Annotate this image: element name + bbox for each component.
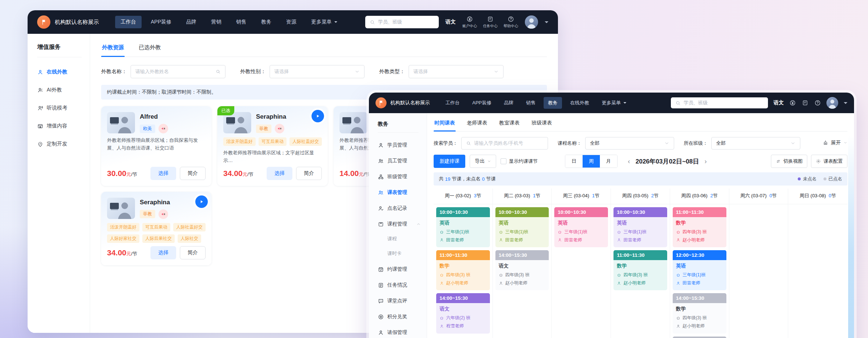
tab-教室课表[interactable]: 教室课表 bbox=[498, 118, 520, 131]
nav-item-营销[interactable]: 营销 bbox=[206, 16, 227, 28]
lesson-event[interactable]: 11:00~11:30数学四年级(3) 班赵小明老师 bbox=[673, 207, 726, 247]
show-booked-lessons-checkbox[interactable]: 显示约课课节 bbox=[501, 158, 538, 165]
avatar[interactable] bbox=[826, 97, 838, 109]
sidebar-item-课表管理[interactable]: 课表管理 bbox=[378, 189, 427, 196]
view-mode-周[interactable]: 周 bbox=[583, 155, 600, 168]
view-mode-月[interactable]: 月 bbox=[600, 155, 617, 168]
nav-item-更多菜单[interactable]: 更多菜单 bbox=[306, 16, 343, 28]
sidebar-item-在线外教[interactable]: 在线外教 bbox=[37, 69, 90, 75]
filter-select[interactable]: 请选择 bbox=[270, 65, 364, 78]
nav-item-品牌[interactable]: 品牌 bbox=[499, 97, 518, 109]
filter-select[interactable]: 全部 bbox=[585, 137, 674, 150]
teacher-intro-button[interactable]: 简介 bbox=[296, 167, 322, 180]
global-search-input[interactable]: 学员、班级 bbox=[365, 16, 439, 28]
lesson-event[interactable]: 10:00~10:30英语三年级(1)班田雷老师 bbox=[554, 207, 608, 247]
sidebar-item-点名记录[interactable]: 点名记录 bbox=[378, 205, 427, 212]
audio-intro-button[interactable] bbox=[159, 209, 168, 219]
play-video-button[interactable] bbox=[195, 195, 208, 208]
sidebar-item-任务情况[interactable]: 任务情况 bbox=[378, 282, 427, 288]
audio-intro-button[interactable] bbox=[275, 124, 284, 133]
nav-item-教务[interactable]: 教务 bbox=[544, 97, 562, 109]
sidebar-item-约课管理[interactable]: 约课管理 bbox=[378, 266, 427, 273]
yuan-circle-button[interactable] bbox=[789, 100, 796, 106]
tab-已选外教[interactable]: 已选外教 bbox=[138, 43, 161, 57]
new-schedule-button[interactable]: 新建排课 bbox=[434, 155, 465, 168]
lesson-event[interactable]: 14:00~15:30语文四年级(3) 班赵小明老师 bbox=[495, 250, 549, 290]
tab-外教资源[interactable]: 外教资源 bbox=[101, 43, 125, 57]
select-teacher-button[interactable]: 选择 bbox=[267, 167, 292, 180]
sidebar-item-员工管理[interactable]: 员工管理 bbox=[378, 158, 427, 164]
task-board-button[interactable] bbox=[802, 100, 808, 106]
nav-item-工作台[interactable]: 工作台 bbox=[115, 16, 142, 28]
nav-item-教务[interactable]: 教务 bbox=[256, 16, 277, 28]
sidebar-item-课程管理[interactable]: 课程管理 bbox=[378, 221, 427, 227]
sidebar-item-AI外教[interactable]: AI外教 bbox=[37, 87, 90, 93]
next-week-button[interactable]: › bbox=[704, 158, 707, 165]
sidebar-item-定制开发[interactable]: 定制开发 bbox=[37, 141, 90, 147]
帮助中心-button[interactable]: 帮助中心 bbox=[504, 16, 518, 29]
nav-item-销售[interactable]: 销售 bbox=[522, 97, 540, 109]
lesson-event[interactable]: 10:00~10:30英语三年级(1)班田雷老师 bbox=[613, 207, 667, 247]
nav-item-品牌[interactable]: 品牌 bbox=[181, 16, 202, 28]
nav-item-更多菜单[interactable]: 更多菜单 bbox=[597, 97, 631, 109]
lesson-event[interactable]: 12:00~12:30英语三年级(1)班田雷老师 bbox=[673, 250, 726, 290]
sidebar-subitem-课时卡[interactable]: 课时卡 bbox=[387, 250, 427, 257]
filter-select[interactable]: 请选择 bbox=[409, 65, 504, 78]
sidebar-subitem-课程[interactable]: 课程 bbox=[387, 235, 427, 242]
chevron-down-icon[interactable] bbox=[545, 21, 548, 25]
nav-item-工作台[interactable]: 工作台 bbox=[441, 97, 464, 109]
brand-logo-icon[interactable] bbox=[376, 97, 387, 108]
teacher-card[interactable]: 已选Seraphina菲教活泼开朗盖好可互后果动人际社盖好交外教老师推荐理由展示… bbox=[217, 106, 328, 186]
teacher-card[interactable]: Alfred欧美外教老师推荐理由展示区域；自我探索与发展、人与自然法语课、社交口… bbox=[101, 106, 211, 186]
question-circle-button[interactable] bbox=[814, 100, 821, 106]
export-button[interactable]: 导出 bbox=[470, 155, 496, 168]
tab-班级课表[interactable]: 班级课表 bbox=[531, 118, 553, 131]
nav-item-在线外教[interactable]: 在线外教 bbox=[566, 97, 594, 109]
language-switch[interactable]: 语文 bbox=[445, 19, 456, 25]
lesson-teacher: 田雷老师 bbox=[676, 279, 723, 287]
sidebar-item-请假管理[interactable]: 请假管理 bbox=[378, 329, 427, 336]
teacher-intro-button[interactable]: 简介 bbox=[180, 246, 206, 259]
play-video-button[interactable] bbox=[312, 110, 324, 122]
lesson-event[interactable]: 10:00~10:30英语三年级(1)班田雷老师 bbox=[495, 207, 549, 247]
view-mode-日[interactable]: 日 bbox=[565, 155, 583, 168]
sidebar-item-课堂点评[interactable]: 课堂点评 bbox=[378, 298, 427, 304]
nav-item-资源[interactable]: 资源 bbox=[281, 16, 302, 28]
lesson-teacher-label: 赵小明老师 bbox=[505, 279, 527, 287]
select-teacher-button[interactable]: 选择 bbox=[150, 246, 176, 259]
sidebar-item-班级管理[interactable]: 班级管理 bbox=[378, 173, 427, 180]
select-teacher-button[interactable]: 选择 bbox=[150, 167, 176, 180]
language-switch[interactable]: 语文 bbox=[773, 100, 784, 106]
lesson-event[interactable]: 11:00~11:30数学四年级(3) 班赵小明老师 bbox=[436, 250, 490, 290]
sidebar-item-积分兑奖[interactable]: 积分兑奖 bbox=[378, 313, 427, 320]
账户中心-button[interactable]: 账户中心 bbox=[462, 16, 477, 29]
filter-input[interactable]: 请输入外教姓名 bbox=[131, 65, 225, 78]
tab-时间课表[interactable]: 时间课表 bbox=[434, 118, 456, 131]
sidebar-item-增值内容[interactable]: 增值内容 bbox=[37, 123, 90, 129]
expand-filters-button[interactable]: 展开 bbox=[823, 140, 847, 146]
nav-item-APP装修[interactable]: APP装修 bbox=[145, 16, 177, 28]
schedule-config-button[interactable]: 课表配置 bbox=[811, 155, 847, 168]
avatar[interactable] bbox=[525, 15, 538, 29]
lesson-event[interactable]: 14:00~15:30语文六年级(2) 班程雪老师 bbox=[436, 293, 490, 333]
teacher-card[interactable]: Seraphina菲教活泼开朗盖好可互后果动人际社盖好交人际好家社交人际后果社交… bbox=[101, 192, 211, 265]
audio-intro-button[interactable] bbox=[159, 124, 168, 133]
lesson-event[interactable]: 11:00~11:30数学四年级(3) 班赵小明老师 bbox=[613, 250, 667, 290]
prev-week-button[interactable]: ‹ bbox=[628, 158, 630, 165]
tab-老师课表[interactable]: 老师课表 bbox=[466, 118, 488, 131]
global-search-input[interactable]: 学员、班级 bbox=[671, 97, 768, 108]
teacher-intro-button[interactable]: 简介 bbox=[180, 167, 206, 180]
nav-item-销售[interactable]: 销售 bbox=[231, 16, 252, 28]
filter-select[interactable]: 全部 bbox=[711, 137, 800, 150]
switch-view-button[interactable]: 切换视图 bbox=[771, 155, 807, 168]
sidebar-item-学员管理[interactable]: 学员管理 bbox=[378, 142, 427, 148]
lesson-event[interactable]: 14:00~15:30数学四年级(3) 班赵小明老师 bbox=[673, 293, 726, 333]
lesson-event[interactable]: 10:00~10:30英语三年级(1)班田雷老师 bbox=[436, 207, 490, 247]
chevron-down-icon[interactable] bbox=[844, 102, 847, 106]
filter-input[interactable]: 请输入学员姓名/手机号 bbox=[461, 137, 548, 150]
lesson-event[interactable]: 15:00~16:30数学四年级(3) 班赵小明老师 bbox=[673, 337, 726, 338]
brand-logo-icon[interactable] bbox=[37, 15, 50, 29]
sidebar-item-听说模考[interactable]: 听说模考 bbox=[37, 105, 90, 111]
任务中心-button[interactable]: 任务中心 bbox=[483, 16, 498, 29]
nav-item-APP装修[interactable]: APP装修 bbox=[468, 97, 496, 109]
